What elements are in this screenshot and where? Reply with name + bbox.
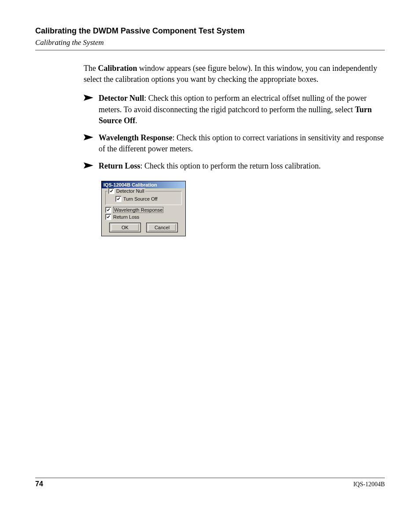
wavelength-response-checkbox[interactable] <box>105 207 111 213</box>
cancel-button[interactable]: Cancel <box>146 223 178 232</box>
svg-marker-2 <box>84 162 93 169</box>
bullet-term: Wavelength Response <box>99 133 173 142</box>
svg-marker-0 <box>84 95 93 101</box>
intro-pre: The <box>84 64 98 73</box>
footer-divider <box>35 477 385 478</box>
dialog-titlebar: IQS-12004B Calibration <box>102 181 185 188</box>
detector-null-group: Detector Null Turn Source Off <box>105 191 182 205</box>
return-loss-label: Return Loss <box>113 214 139 220</box>
intro-bold: Calibration <box>98 64 137 73</box>
bullet-text: : Check this option to perform the retur… <box>140 161 321 170</box>
detector-null-checkbox[interactable] <box>108 188 114 194</box>
ok-button-label: OK <box>111 224 139 231</box>
dialog-body: Detector Null Turn Source Off Wavelength… <box>102 188 185 236</box>
document-id: IQS-12004B <box>353 481 385 488</box>
turn-source-off-checkbox[interactable] <box>115 196 122 202</box>
bullet-term: Detector Null <box>99 94 144 103</box>
header-divider <box>35 50 385 51</box>
bullet-item: Wavelength Response: Check this option t… <box>84 132 385 154</box>
bullet-list: Detector Null: Check this option to perf… <box>84 93 385 172</box>
calibration-dialog: IQS-12004B Calibration Detector Null Tur… <box>101 181 186 236</box>
detector-null-label: Detector Null <box>116 188 144 194</box>
wavelength-response-row: Wavelength Response <box>105 207 182 213</box>
cancel-button-label: Cancel <box>148 224 176 231</box>
ok-button[interactable]: OK <box>109 223 141 232</box>
bullet-term: Return Loss <box>99 161 140 170</box>
page-footer: 74 IQS-12004B <box>35 477 385 488</box>
section-title: Calibrating the System <box>35 38 385 47</box>
turn-source-off-row: Turn Source Off <box>115 196 179 202</box>
bullet-item: Return Loss: Check this option to perfor… <box>84 161 385 172</box>
wavelength-response-label: Wavelength Response <box>113 207 163 213</box>
intro-paragraph: The Calibration window appears (see figu… <box>84 63 385 85</box>
arrow-icon <box>84 95 94 102</box>
chapter-title: Calibrating the DWDM Passive Component T… <box>35 26 385 36</box>
bullet-tail: . <box>135 116 137 125</box>
turn-source-off-label: Turn Source Off <box>123 196 158 202</box>
return-loss-row: Return Loss <box>105 214 182 220</box>
page-number: 74 <box>35 480 43 488</box>
arrow-icon <box>84 134 94 141</box>
svg-marker-1 <box>84 134 93 140</box>
bullet-item: Detector Null: Check this option to perf… <box>84 93 385 126</box>
arrow-icon <box>84 162 94 169</box>
return-loss-checkbox[interactable] <box>105 214 111 220</box>
